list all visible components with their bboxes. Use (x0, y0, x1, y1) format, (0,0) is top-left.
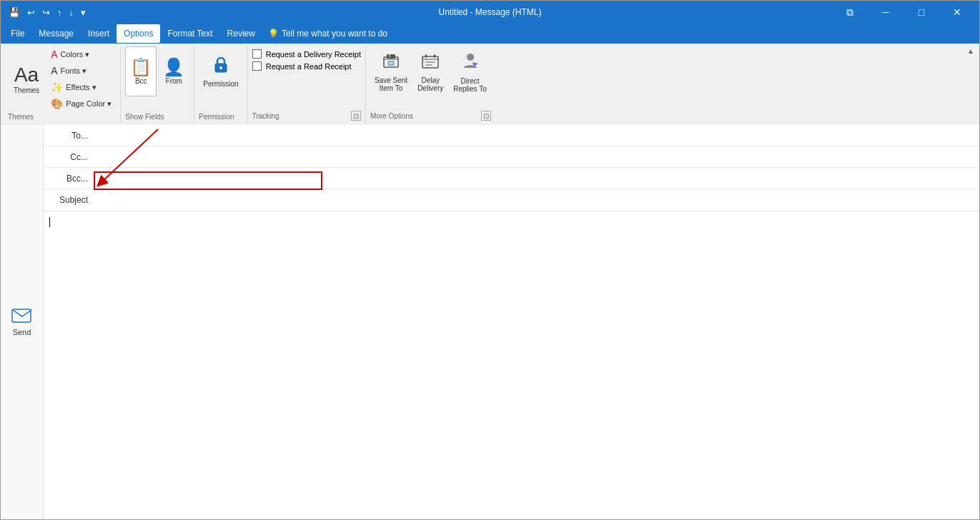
ribbon-content: Aa Themes A Colors ▾ A Fonts ▾ (1, 44, 979, 125)
moreoptions-group-content: Save Sent Item To Delay D (370, 46, 491, 109)
undo-icon[interactable]: ↩ (25, 6, 37, 19)
bcc-row: Bcc... (44, 168, 979, 189)
restore-button[interactable]: □ (905, 1, 938, 24)
svg-rect-7 (425, 54, 427, 58)
effects-label: Effects ▾ (66, 83, 96, 92)
colors-icon: A (51, 49, 57, 60)
direct-replies-icon (460, 51, 481, 76)
cc-row: Cc... (44, 146, 979, 168)
redo-icon[interactable]: ↪ (40, 6, 52, 19)
send-button[interactable]: Send (1, 125, 44, 519)
effects-button[interactable]: ✨ Effects ▾ (46, 79, 116, 95)
fields-section: To... Cc... Bcc... (44, 125, 979, 519)
direct-replies-button[interactable]: Direct Replies To (449, 46, 491, 96)
bcc-input[interactable] (94, 171, 322, 186)
tracking-checkboxes: Request a Delivery Receipt Request a Rea… (252, 46, 361, 74)
moreoptions-expand-icon[interactable]: ⊡ (481, 111, 491, 121)
ribbon: Aa Themes A Colors ▾ A Fonts ▾ (1, 44, 979, 125)
more-icon[interactable]: ▾ (79, 6, 88, 19)
tracking-group-label: Tracking ⊡ (252, 109, 361, 122)
cc-input[interactable] (94, 146, 979, 167)
themes-icon: Aa (14, 64, 39, 86)
page-color-button[interactable]: 🎨 Page Color ▾ (46, 96, 116, 111)
menu-message[interactable]: Message (31, 24, 81, 43)
save-sent-button[interactable]: Save Sent Item To (370, 46, 412, 96)
delay-delivery-button[interactable]: Delay Delivery (413, 46, 447, 96)
move-down-icon[interactable]: ↓ (67, 6, 76, 19)
ribbon-group-moreoptions: Save Sent Item To Delay D (366, 45, 495, 124)
quick-access-toolbar: 💾 ↩ ↪ ↑ ↓ ▾ (6, 6, 88, 19)
themes-label: Themes (14, 86, 39, 94)
page-color-icon: 🎨 (51, 98, 63, 109)
email-fields: To... Cc... Bcc... (44, 125, 979, 211)
page-color-label: Page Color ▾ (66, 99, 112, 109)
ribbon-collapse-button[interactable]: ▲ (965, 45, 976, 56)
colors-label: Colors ▾ (60, 50, 89, 59)
menu-file[interactable]: File (4, 24, 31, 43)
tracking-expand-icon[interactable]: ⊡ (351, 111, 361, 121)
cc-label[interactable]: Cc... (44, 152, 94, 162)
subject-label: Subject (44, 195, 94, 205)
delay-delivery-label: Delay Delivery (417, 76, 443, 92)
delivery-receipt-checkbox[interactable] (252, 49, 262, 59)
email-body[interactable] (44, 211, 979, 519)
menu-bar: File Message Insert Options Format Text … (1, 24, 979, 44)
ribbon-group-themes: Aa Themes A Colors ▾ A Fonts ▾ (4, 45, 121, 124)
showfields-group-content: 📋 Bcc 👤 From (125, 46, 189, 111)
subject-input[interactable] (94, 189, 979, 211)
to-row: To... (44, 125, 979, 146)
main-content: Send To... Cc... (1, 125, 979, 519)
themes-group-content: Aa Themes A Colors ▾ A Fonts ▾ (8, 46, 116, 111)
menu-review[interactable]: Review (220, 24, 262, 43)
from-button[interactable]: 👤 From (158, 46, 189, 96)
close-button[interactable]: ✕ (941, 1, 974, 24)
bcc-label: Bcc (135, 77, 147, 85)
compose-area: Send To... Cc... (1, 125, 979, 519)
save-sent-label: Save Sent Item To (375, 76, 407, 92)
to-label[interactable]: To... (44, 131, 94, 141)
to-input[interactable] (94, 125, 979, 146)
permission-group-content: Permission (199, 46, 242, 111)
read-receipt-item[interactable]: Request a Read Receipt (252, 61, 361, 71)
svg-rect-8 (434, 54, 435, 58)
themes-group-label: Themes (8, 111, 116, 122)
save-icon[interactable]: 💾 (6, 6, 22, 19)
permission-group-label: Permission (199, 111, 242, 122)
send-icon (11, 308, 33, 328)
moreoptions-group-label: More Options ⊡ (370, 109, 491, 122)
menu-format-text[interactable]: Format Text (160, 24, 219, 43)
tracking-group-content: Request a Delivery Receipt Request a Rea… (252, 46, 361, 109)
delivery-receipt-item[interactable]: Request a Delivery Receipt (252, 49, 361, 59)
svg-rect-4 (387, 54, 395, 59)
tracking-label: Tracking (252, 112, 279, 120)
subject-row: Subject (44, 189, 979, 211)
fonts-button[interactable]: A Fonts ▾ (46, 63, 116, 79)
read-receipt-checkbox[interactable] (252, 61, 262, 71)
permission-button[interactable]: Permission (199, 46, 242, 96)
bcc-input-wrapper (94, 171, 979, 186)
delay-delivery-icon (420, 51, 440, 75)
permission-icon (211, 55, 231, 79)
showfields-group-label: Show Fields (125, 111, 189, 122)
tell-me-bar[interactable]: 💡 Tell me what you want to do (268, 29, 387, 39)
move-up-icon[interactable]: ↑ (55, 6, 64, 19)
menu-options[interactable]: Options (117, 24, 160, 43)
minimize-button[interactable]: ─ (869, 1, 902, 24)
themes-button[interactable]: Aa Themes (8, 54, 45, 104)
view-switcher-icon[interactable]: ⧉ (833, 1, 866, 24)
title-bar: 💾 ↩ ↪ ↑ ↓ ▾ Untitled - Message (HTML) ⧉ … (1, 1, 979, 24)
send-label: Send (13, 328, 31, 336)
svg-rect-5 (389, 54, 390, 57)
read-receipt-label: Request a Read Receipt (266, 62, 352, 71)
cursor (49, 217, 50, 227)
menu-insert[interactable]: Insert (81, 24, 117, 43)
bcc-icon: 📋 (130, 59, 152, 76)
bcc-button[interactable]: 📋 Bcc (125, 46, 157, 96)
permission-label: Permission (203, 80, 238, 88)
colors-button[interactable]: A Colors ▾ (46, 46, 116, 62)
lightbulb-icon: 💡 (268, 29, 279, 39)
direct-replies-label: Direct Replies To (453, 77, 487, 93)
bcc-label[interactable]: Bcc... (44, 174, 94, 184)
from-label: From (166, 77, 182, 85)
themes-sub-buttons: A Colors ▾ A Fonts ▾ ✨ Effects ▾ 🎨 (46, 46, 116, 111)
